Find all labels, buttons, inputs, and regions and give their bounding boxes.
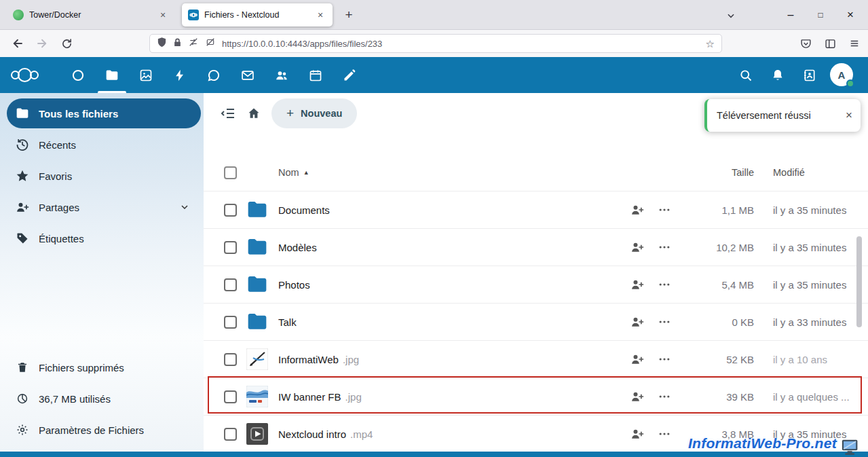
share-icon[interactable]	[624, 278, 651, 291]
more-actions-icon[interactable]	[651, 390, 678, 403]
url-text[interactable]: https://10.0.0.10:4443/apps/files/files/…	[222, 39, 700, 49]
row-checkbox[interactable]	[224, 316, 237, 329]
url-bar[interactable]: https://10.0.0.10:4443/apps/files/files/…	[149, 34, 722, 53]
file-size: 39 KB	[692, 391, 754, 403]
pocket-icon[interactable]	[796, 35, 815, 52]
file-row-highlighted[interactable]: IW banner FB.jpg 39 KB il y a quelques .…	[204, 378, 868, 415]
share-icon[interactable]	[624, 390, 651, 403]
sidebar-item-tags[interactable]: Étiquettes	[7, 223, 201, 253]
row-checkbox[interactable]	[224, 278, 237, 291]
column-header-modified[interactable]: Modifié	[754, 167, 857, 178]
share-icon[interactable]	[624, 315, 651, 329]
app-dashboard-icon[interactable]	[61, 57, 95, 93]
app-mail-icon[interactable]	[231, 57, 265, 93]
more-actions-icon[interactable]	[651, 352, 678, 366]
share-icon[interactable]	[624, 240, 651, 254]
app-calendar-icon[interactable]	[299, 57, 333, 93]
app-notes-icon[interactable]	[333, 57, 366, 93]
file-name[interactable]: Photos	[278, 279, 624, 291]
sidebar-item-label: Partages	[39, 202, 79, 213]
more-actions-icon[interactable]	[651, 240, 678, 254]
file-row[interactable]: Talk 0 KB il y a 33 minutes	[204, 303, 868, 340]
sidebar-item-deleted-files[interactable]: Fichiers supprimés	[7, 352, 201, 382]
bookmark-star-icon[interactable]: ☆	[706, 39, 715, 49]
trash-icon	[16, 361, 29, 374]
sort-asc-icon: ▲	[303, 169, 309, 176]
scrollbar-thumb[interactable]	[856, 236, 862, 327]
menu-hamburger-icon[interactable]	[845, 35, 864, 52]
file-modified: il y a 35 minutes	[754, 242, 857, 253]
share-icon[interactable]	[624, 427, 651, 441]
file-name[interactable]: IW banner FB.jpg	[278, 391, 624, 403]
new-tab-button[interactable]: +	[339, 5, 358, 24]
row-checkbox[interactable]	[224, 428, 237, 441]
file-name[interactable]: Nextcloud intro.mp4	[278, 428, 624, 440]
sidebar-item-quota[interactable]: 36,7 MB utilisés	[7, 384, 201, 414]
image-thumbnail	[246, 386, 269, 407]
notifications-bell-icon[interactable]	[761, 57, 793, 93]
file-name[interactable]: Documents	[278, 204, 624, 216]
new-button[interactable]: + Nouveau	[271, 98, 357, 128]
row-checkbox[interactable]	[224, 353, 237, 366]
home-icon[interactable]	[247, 107, 261, 120]
file-row[interactable]: InformatiWeb.jpg 52 KB il y a 10 ans	[204, 340, 868, 378]
connection-lock-icon[interactable]	[173, 37, 182, 50]
search-icon[interactable]	[730, 57, 761, 93]
blocked-permission-media-icon[interactable]	[205, 37, 216, 50]
row-checkbox[interactable]	[224, 204, 237, 217]
toast-message: Téléversement réussi	[717, 110, 811, 121]
app-activity-icon[interactable]	[163, 57, 197, 93]
app-photos-icon[interactable]	[129, 57, 163, 93]
blocked-permission-arrows-icon[interactable]	[188, 37, 199, 50]
column-header-name[interactable]: Nom▲	[278, 167, 624, 178]
file-row[interactable]: Photos 5,4 MB il y a 35 minutes	[204, 266, 868, 303]
close-window-button[interactable]: ×	[835, 5, 865, 25]
file-name[interactable]: Talk	[278, 316, 624, 328]
avatar[interactable]: A	[830, 63, 853, 86]
file-name[interactable]: InformatiWeb.jpg	[278, 354, 624, 365]
share-icon[interactable]	[624, 352, 651, 366]
more-actions-icon[interactable]	[651, 278, 678, 291]
nextcloud-logo[interactable]	[11, 57, 39, 93]
row-checkbox[interactable]	[224, 241, 237, 254]
sidebar-item-shares[interactable]: Partages	[7, 192, 201, 222]
chevron-down-icon[interactable]	[179, 202, 190, 213]
collapse-sidebar-icon[interactable]	[220, 105, 236, 122]
share-account-plus-icon	[16, 200, 29, 214]
app-contacts-icon[interactable]	[265, 57, 299, 93]
quota-label: 36,7 MB utilisés	[39, 393, 111, 405]
sidebar-panel-icon[interactable]	[820, 35, 839, 52]
file-row[interactable]: Modèles 10,2 MB il y a 35 minutes	[204, 228, 868, 266]
sidebar-item-recent[interactable]: Récents	[7, 130, 201, 160]
more-actions-icon[interactable]	[651, 315, 678, 329]
select-all-checkbox[interactable]	[224, 166, 237, 179]
file-row[interactable]: Documents 1,1 MB il y a 35 minutes	[204, 191, 868, 228]
reload-icon[interactable]	[57, 35, 76, 52]
tab-nextcloud[interactable]: Fichiers - Nextcloud ×	[182, 3, 333, 26]
back-icon[interactable]	[8, 35, 27, 52]
tab-close-icon[interactable]: ×	[157, 9, 169, 21]
sidebar-item-files-settings[interactable]: Paramètres de Fichiers	[7, 415, 201, 445]
list-all-tabs-icon[interactable]	[723, 8, 738, 23]
toast-close-icon[interactable]: ×	[846, 109, 852, 122]
maximize-button[interactable]: □	[806, 5, 835, 25]
app-files-icon[interactable]	[95, 57, 129, 93]
file-name[interactable]: Modèles	[278, 242, 624, 253]
minimize-button[interactable]: –	[776, 5, 806, 25]
row-checkbox[interactable]	[224, 390, 237, 403]
share-icon[interactable]	[624, 203, 651, 217]
tab-close-icon[interactable]: ×	[314, 9, 326, 21]
sidebar-item-favorites[interactable]: Favoris	[7, 161, 201, 191]
contacts-book-icon[interactable]	[793, 57, 825, 93]
app-talk-icon[interactable]	[197, 57, 231, 93]
tracking-protection-shield-icon[interactable]	[157, 37, 167, 50]
column-header-size[interactable]: Taille	[692, 167, 754, 178]
forward-icon[interactable]	[33, 35, 52, 52]
file-size: 0 KB	[692, 316, 754, 328]
more-actions-icon[interactable]	[651, 427, 678, 441]
sidebar-item-label: Étiquettes	[39, 233, 84, 244]
tab-tower-docker[interactable]: Tower/Docker ×	[7, 3, 175, 26]
sidebar-item-all-files[interactable]: Tous les fichiers	[7, 98, 201, 128]
more-actions-icon[interactable]	[651, 203, 678, 217]
tab-title: Tower/Docker	[29, 10, 151, 20]
